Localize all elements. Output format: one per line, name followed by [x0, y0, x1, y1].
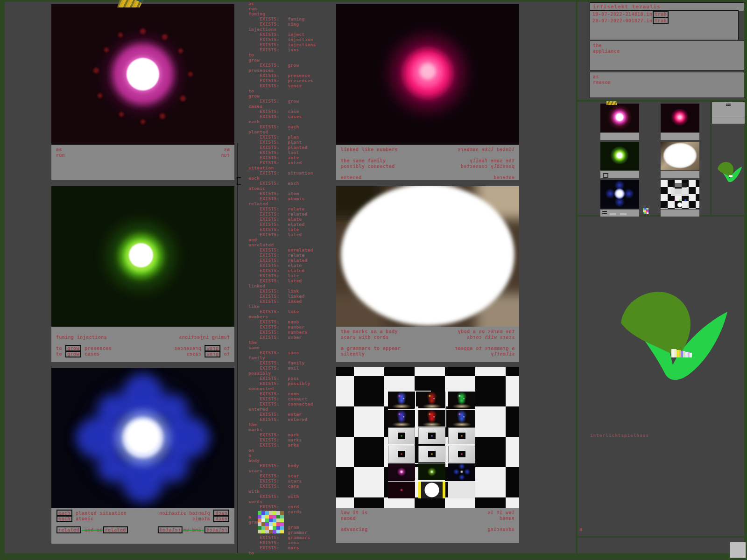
exists-entry: EXISTS: elated: [248, 268, 342, 273]
sidebar-hline-bottom: [577, 536, 745, 538]
checkerboard-image[interactable]: [336, 367, 519, 508]
corner-box[interactable]: [730, 542, 746, 558]
exists-entry: EXISTS: amil: [248, 365, 342, 371]
caption-line: named: [341, 516, 368, 521]
caption-line: [341, 169, 398, 175]
blue-orb-image[interactable]: [51, 368, 234, 508]
glitch-cell: [269, 522, 273, 526]
thumbnail-blue-orb[interactable]: [600, 180, 639, 217]
glitch-mosaic-small: [643, 208, 648, 214]
scroll-strip-box[interactable]: [712, 102, 745, 124]
caption-segment: fuming injections: [56, 335, 107, 340]
thumbnail-white-blob[interactable]: [661, 142, 699, 178]
result-link[interactable]: trah: [653, 11, 669, 18]
caption-line: [174, 329, 230, 335]
app-footer-title: interlichtspielhaus: [590, 433, 649, 438]
thumbnail-green-orb[interactable]: [600, 142, 639, 178]
exists-word: like: [248, 304, 342, 309]
exists-entry: EXISTS: cases: [248, 114, 342, 119]
checker-tile-orb-blue: [448, 463, 475, 480]
white-blob-image[interactable]: [336, 186, 519, 327]
exists-entry: EXISTS: umber: [248, 335, 342, 340]
panel-white-blob: the marks on a bodyscars with cords a gr…: [336, 186, 519, 362]
exists-entry: EXISTS: connected: [248, 401, 342, 406]
boxed-term[interactable]: each: [56, 515, 72, 522]
thumbnail-image[interactable]: [661, 104, 699, 132]
glitch-cell: [280, 515, 284, 518]
thumbnail-caption: [600, 171, 639, 178]
glitch-cell: [265, 511, 269, 515]
boxed-term[interactable]: related: [158, 526, 183, 533]
exists-entry: EXISTS: conn: [248, 391, 342, 396]
checker-tile-dot-dark: [388, 482, 415, 498]
exists-entry: EXISTS: fuming: [248, 16, 342, 21]
caption-segment: the same family: [341, 158, 386, 163]
thumbnail-pink-orb[interactable]: [661, 104, 699, 140]
boxed-term[interactable]: related: [103, 526, 128, 533]
exists-word: scars: [248, 468, 342, 473]
caption-text: each planted situationeach atomic relate…: [56, 511, 128, 533]
thumbnail-image[interactable]: [600, 142, 639, 170]
thumbnail-image[interactable]: [661, 142, 699, 170]
exists-entry: EXISTS: sence: [248, 83, 342, 88]
glitch-cell: [261, 511, 265, 515]
exists-entry: EXISTS: late: [248, 273, 342, 278]
ribbon-small-icon: [717, 161, 742, 183]
thumbnail-image[interactable]: [600, 180, 639, 209]
checker-tile-orb: [388, 463, 415, 480]
exists-word: cases: [248, 104, 342, 109]
boxed-term[interactable]: each: [213, 515, 229, 522]
caption-line: [341, 153, 398, 158]
thumbnail-checker[interactable]: [661, 180, 699, 217]
green-orb-image[interactable]: [51, 186, 234, 327]
right-border: [744, 0, 747, 560]
caption-segment: law it is: [341, 510, 368, 515]
checker-tile-boxdot: [418, 427, 445, 444]
result-filename: 19-07-2022-214810.in: [592, 12, 652, 17]
caption-segment: presences: [174, 346, 204, 351]
exists-entry: EXISTS: inked: [248, 299, 342, 304]
caption-text-mirrored: law it isnamed advancing: [487, 510, 514, 532]
exists-entry: EXISTS: injection: [248, 37, 342, 42]
glitch-cell: [258, 522, 261, 526]
glitch-cell: [269, 518, 273, 522]
exists-entry: EXISTS: numb: [248, 319, 342, 324]
caption-text: linked like numbers the same familypossi…: [341, 147, 398, 181]
caption-segment: a grammars to appear: [455, 346, 514, 351]
exists-word: body: [248, 458, 342, 463]
thumbnail-ring[interactable]: [600, 104, 639, 140]
stray-char: a: [579, 527, 582, 532]
caption-segment: run: [221, 153, 230, 158]
caption-segment: presences: [82, 346, 112, 351]
boxed-term[interactable]: grow: [204, 350, 220, 357]
glitch-cell: [273, 511, 276, 515]
thumbnail-image[interactable]: [600, 104, 639, 132]
exists-word: family: [248, 355, 342, 360]
glitch-cell: [280, 526, 284, 530]
boxed-term[interactable]: related: [204, 526, 229, 533]
caption-bar: law it isnamed advancinglaw it isnamed a…: [336, 508, 519, 543]
caption-segment: named: [341, 516, 356, 521]
glitch-cell: [276, 526, 280, 530]
caption-text-mirrored: linked like numbers the same familypossi…: [458, 147, 514, 181]
exists-entry: EXISTS: with: [248, 494, 342, 499]
thumbnail-image[interactable]: [661, 180, 699, 209]
exists-entry: EXISTS: grow: [248, 63, 342, 68]
caption-segment: entered: [341, 175, 362, 180]
caption-line: to grow cases: [56, 351, 112, 357]
caption-line: to grow presences: [174, 346, 230, 351]
exists-entry: EXISTS: plan: [248, 134, 342, 140]
checker-tile-boxdot: [388, 446, 415, 462]
exists-entry: EXISTS: anted: [248, 160, 342, 165]
boxed-term[interactable]: related: [56, 526, 81, 533]
caption-segment: as: [224, 147, 230, 152]
boxed-term[interactable]: grow: [65, 350, 81, 357]
exists-entry: EXISTS: enter: [248, 412, 342, 417]
exists-entry: EXISTS: each: [248, 181, 342, 186]
pink-orb-image[interactable]: [336, 4, 519, 145]
glitch-cell: [265, 522, 269, 526]
result-link[interactable]: trah: [653, 17, 669, 24]
glitch-cell: [280, 511, 284, 515]
exists-entry: EXISTS: elated: [248, 222, 342, 227]
magenta-ring-image[interactable]: [51, 4, 234, 145]
